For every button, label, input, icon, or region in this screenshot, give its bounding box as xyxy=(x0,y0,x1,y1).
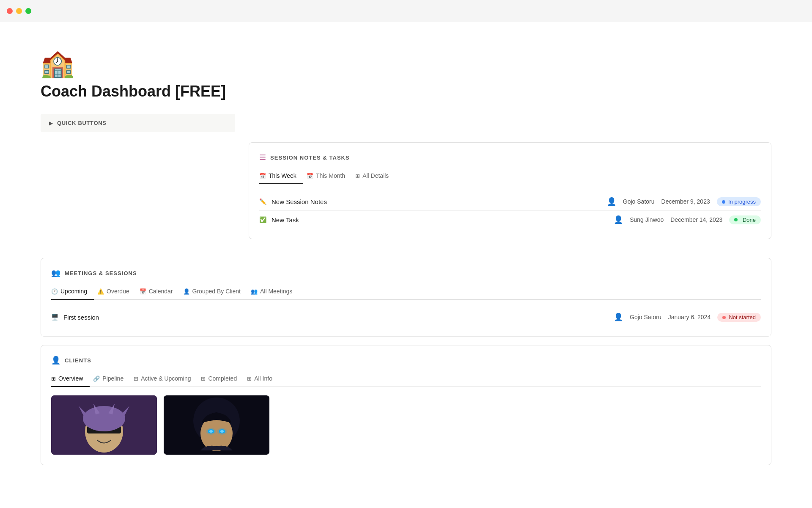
tab-overview-label: Overview xyxy=(58,375,83,382)
tab-this-month-label: This Month xyxy=(316,172,345,179)
link-icon: 🔗 xyxy=(93,375,100,382)
tab-completed[interactable]: ⊞ Completed xyxy=(201,372,244,387)
client-card-2[interactable] xyxy=(164,395,269,455)
user-avatar-icon-2: 👤 xyxy=(614,215,623,224)
tab-pipeline[interactable]: 🔗 Pipeline xyxy=(93,372,130,387)
quick-buttons-arrow: ▶ xyxy=(49,120,53,126)
grid-icon-2: ⊞ xyxy=(51,375,56,382)
user-avatar-icon: 👤 xyxy=(607,197,616,206)
session-notes-header: ☰ SESSION NOTES & TASKS xyxy=(259,153,761,162)
tab-pipeline-label: Pipeline xyxy=(102,375,123,382)
meetings-section: 👥 MEETINGS & SESSIONS 🕐 Upcoming ⚠️ Over… xyxy=(41,258,771,337)
session-row-2-user: Sung Jinwoo xyxy=(630,216,664,223)
meetings-tabs: 🕐 Upcoming ⚠️ Overdue 📅 Calendar 👤 Group… xyxy=(51,284,761,300)
badge-dot-notstarted xyxy=(722,316,726,319)
meetings-title: MEETINGS & SESSIONS xyxy=(65,270,137,276)
left-column xyxy=(41,142,235,248)
client-gallery xyxy=(51,395,761,455)
session-row-1-title: New Session Notes xyxy=(272,198,604,205)
user-avatar-icon-3: 👤 xyxy=(614,312,623,322)
tab-all-details[interactable]: ⊞ All Details xyxy=(355,169,395,184)
badge-dot-inprogress xyxy=(722,200,725,204)
tab-all-meetings[interactable]: 👥 All Meetings xyxy=(251,284,299,300)
session-row-1-meta: 👤 Gojo Satoru December 9, 2023 In progre… xyxy=(607,197,761,206)
quick-buttons-section[interactable]: ▶ QUICK BUTTONS xyxy=(41,114,235,132)
person-icon: 👤 xyxy=(183,288,190,295)
clients-header: 👤 CLIENTS xyxy=(51,356,761,365)
edit-icon: ✏️ xyxy=(259,198,266,205)
svg-point-3 xyxy=(83,406,125,431)
session-row-1-badge: In progress xyxy=(717,197,761,206)
tab-calendar[interactable]: 📅 Calendar xyxy=(140,284,180,300)
meetings-icon: 👥 xyxy=(51,268,60,278)
clients-section: 👤 CLIENTS ⊞ Overview 🔗 Pipeline ⊞ Active… xyxy=(41,345,771,465)
clients-title: CLIENTS xyxy=(65,357,91,364)
calendar-icon-2: 📅 xyxy=(307,173,313,179)
meeting-row-1-title: First session xyxy=(63,314,610,321)
monitor-icon: 🖥️ xyxy=(51,314,58,320)
grid-icon-4: ⊞ xyxy=(201,375,206,382)
grid-icon: ⊞ xyxy=(355,173,360,179)
tab-all-info[interactable]: ⊞ All Info xyxy=(247,372,279,387)
client-card-1[interactable] xyxy=(51,395,157,455)
grid-icon-3: ⊞ xyxy=(134,375,138,382)
tab-upcoming-label: Upcoming xyxy=(60,288,87,295)
meetings-header: 👥 MEETINGS & SESSIONS xyxy=(51,268,761,278)
close-button[interactable] xyxy=(7,8,13,14)
tab-all-details-label: All Details xyxy=(362,172,389,179)
page-title: Coach Dashboard [FREE] xyxy=(41,83,771,100)
session-row-2-date: December 14, 2023 xyxy=(670,216,722,223)
session-row-2: ✅ New Task 👤 Sung Jinwoo December 14, 20… xyxy=(259,211,761,229)
clock-icon: 🕐 xyxy=(51,288,58,295)
maximize-button[interactable] xyxy=(25,8,31,14)
tab-overdue[interactable]: ⚠️ Overdue xyxy=(97,284,136,300)
right-column: ☰ SESSION NOTES & TASKS 📅 This Week 📅 Th… xyxy=(249,142,771,248)
calendar-icon-3: 📅 xyxy=(140,288,146,295)
tab-all-meetings-label: All Meetings xyxy=(260,288,292,295)
meeting-row-1: 🖥️ First session 👤 Gojo Satoru January 6… xyxy=(51,308,761,326)
clients-icon: 👤 xyxy=(51,356,60,365)
clients-tabs: ⊞ Overview 🔗 Pipeline ⊞ Active & Upcomin… xyxy=(51,372,761,387)
warning-icon: ⚠️ xyxy=(97,288,104,295)
grid-icon-5: ⊞ xyxy=(247,375,252,382)
titlebar xyxy=(0,0,812,22)
check-icon: ✅ xyxy=(259,216,266,223)
session-notes-title: SESSION NOTES & TASKS xyxy=(270,155,350,161)
logo-icon: 🏫 xyxy=(41,47,771,79)
svg-point-16 xyxy=(217,428,227,435)
tab-calendar-label: Calendar xyxy=(149,288,173,295)
session-notes-icon: ☰ xyxy=(259,153,266,162)
session-row-1: ✏️ New Session Notes 👤 Gojo Satoru Decem… xyxy=(259,193,761,211)
tab-this-week[interactable]: 📅 This Week xyxy=(259,169,303,184)
session-row-2-title: New Task xyxy=(272,216,610,224)
logo-area: 🏫 Coach Dashboard [FREE] xyxy=(41,47,771,100)
tab-upcoming[interactable]: 🕐 Upcoming xyxy=(51,284,94,300)
main-content: 🏫 Coach Dashboard [FREE] ▶ QUICK BUTTONS… xyxy=(0,22,812,499)
tab-grouped-label: Grouped By Client xyxy=(192,288,241,295)
group-icon: 👥 xyxy=(251,288,258,295)
svg-point-15 xyxy=(206,428,216,435)
tab-active-upcoming[interactable]: ⊞ Active & Upcoming xyxy=(134,372,198,387)
session-row-2-badge: Done xyxy=(729,215,761,224)
tab-grouped-by-client[interactable]: 👤 Grouped By Client xyxy=(183,284,247,300)
session-row-1-user: Gojo Satoru xyxy=(623,198,655,205)
meeting-row-1-user: Gojo Satoru xyxy=(630,314,661,320)
session-notes-tabs: 📅 This Week 📅 This Month ⊞ All Details xyxy=(259,169,761,184)
quick-buttons-label: QUICK BUTTONS xyxy=(57,120,107,126)
tab-this-month[interactable]: 📅 This Month xyxy=(307,169,352,184)
tab-this-week-label: This Week xyxy=(269,172,296,179)
tab-active-upcoming-label: Active & Upcoming xyxy=(141,375,191,382)
meeting-row-1-badge: Not started xyxy=(717,313,761,322)
session-row-1-date: December 9, 2023 xyxy=(661,198,710,205)
tab-all-info-label: All Info xyxy=(254,375,272,382)
session-row-2-meta: 👤 Sung Jinwoo December 14, 2023 Done xyxy=(614,215,761,224)
badge-dot-done xyxy=(734,218,738,221)
tab-overdue-label: Overdue xyxy=(107,288,129,295)
tab-completed-label: Completed xyxy=(208,375,237,382)
meeting-row-1-meta: 👤 Gojo Satoru January 6, 2024 Not starte… xyxy=(614,312,761,322)
calendar-icon: 📅 xyxy=(259,173,266,179)
two-col-layout: ☰ SESSION NOTES & TASKS 📅 This Week 📅 Th… xyxy=(41,142,771,248)
tab-overview[interactable]: ⊞ Overview xyxy=(51,372,90,387)
minimize-button[interactable] xyxy=(16,8,22,14)
session-notes-card: ☰ SESSION NOTES & TASKS 📅 This Week 📅 Th… xyxy=(249,142,771,239)
